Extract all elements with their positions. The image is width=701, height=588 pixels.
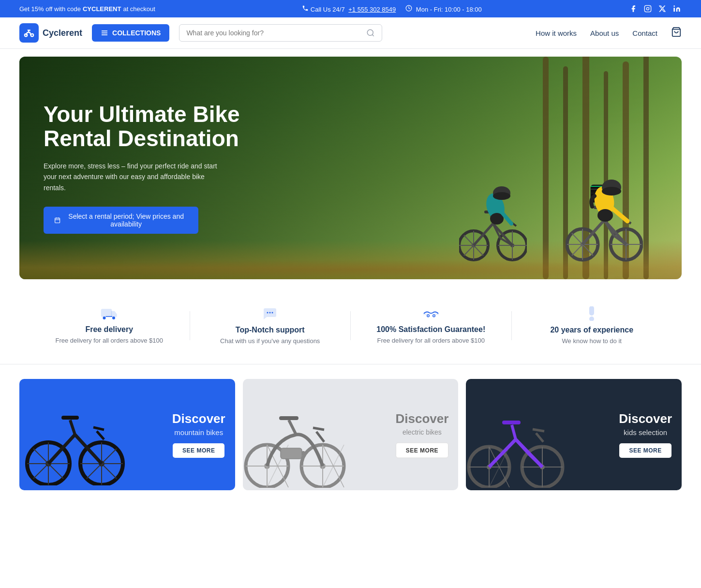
svg-point-3 bbox=[649, 7, 650, 7]
features-row: Free delivery Free delivery for all orde… bbox=[0, 287, 701, 364]
logo-icon bbox=[19, 23, 39, 43]
svg-point-2 bbox=[646, 7, 649, 10]
svg-point-6 bbox=[31, 34, 33, 37]
feature-delivery: Free delivery Free delivery for all orde… bbox=[29, 307, 190, 344]
hero-cta-button[interactable]: Select a rental period; View prices and … bbox=[44, 207, 198, 234]
kids-see-more-button[interactable]: SEE MORE bbox=[619, 443, 671, 458]
category-mountain[interactable]: Discover mountain bikes SEE MORE bbox=[19, 379, 235, 490]
category-kids[interactable]: Discover kids selection SEE MORE bbox=[466, 379, 682, 490]
svg-line-109 bbox=[316, 432, 324, 442]
kids-bike-svg bbox=[466, 393, 572, 488]
calendar-icon bbox=[54, 216, 60, 224]
hours-info: Mon - Fri: 10:00 - 18:00 bbox=[405, 5, 481, 13]
svg-rect-60 bbox=[55, 218, 60, 223]
instagram-icon[interactable] bbox=[643, 4, 653, 14]
nav-how-it-works[interactable]: How it works bbox=[536, 29, 577, 37]
svg-point-71 bbox=[427, 315, 430, 317]
clock-icon bbox=[405, 5, 412, 12]
svg-line-123 bbox=[489, 439, 516, 467]
feature-delivery-desc: Free delivery for all orders above $100 bbox=[29, 337, 190, 344]
delivery-icon-wrap bbox=[29, 307, 190, 320]
electric-type: electric bikes bbox=[396, 428, 449, 436]
svg-rect-112 bbox=[302, 451, 305, 456]
kids-type: kids selection bbox=[619, 428, 672, 437]
category-electric[interactable]: Discover electric bikes SEE MORE bbox=[243, 379, 459, 490]
categories-section: Discover mountain bikes SEE MORE bbox=[0, 364, 701, 510]
mountain-bike-svg bbox=[22, 393, 128, 485]
handshake-icon bbox=[422, 307, 440, 320]
electric-see-more-button[interactable]: SEE MORE bbox=[396, 443, 448, 458]
linkedin-icon[interactable] bbox=[672, 4, 682, 14]
nav: How it works About us Contact bbox=[536, 27, 682, 39]
twitter-x-icon[interactable] bbox=[657, 4, 667, 14]
electric-discover: Discover bbox=[396, 411, 449, 426]
svg-line-94 bbox=[93, 427, 104, 430]
guarantee-icon-wrap bbox=[351, 307, 511, 320]
support-icon-wrap bbox=[190, 306, 351, 321]
search-bar bbox=[179, 24, 382, 42]
svg-point-65 bbox=[103, 317, 105, 319]
feature-support: Top-Notch support Chat with us if you've… bbox=[190, 306, 351, 345]
hero-content: Your Ultimate Bike Rental Destination Ex… bbox=[19, 57, 285, 279]
social-links bbox=[628, 4, 682, 14]
mountain-see-more-button[interactable]: SEE MORE bbox=[173, 443, 224, 458]
support-chat-icon bbox=[263, 306, 277, 321]
phone-number[interactable]: +1 555 302 8549 bbox=[348, 6, 396, 13]
collections-label: COLLECTIONS bbox=[112, 29, 161, 37]
feature-support-desc: Chat with us if you've any questions bbox=[190, 337, 351, 345]
facebook-icon[interactable] bbox=[628, 4, 638, 14]
svg-rect-1 bbox=[644, 5, 651, 12]
mountain-discover: Discover bbox=[172, 411, 225, 426]
svg-line-107 bbox=[289, 420, 296, 435]
svg-line-129 bbox=[536, 433, 543, 442]
kids-discover: Discover bbox=[619, 411, 672, 426]
phone-label: Call Us 24/7 bbox=[311, 6, 345, 13]
logo[interactable]: Cyclerent bbox=[19, 23, 82, 43]
hero-subtitle: Explore more, stress less – find your pe… bbox=[44, 161, 227, 193]
svg-point-32 bbox=[493, 192, 510, 200]
hours-text: Mon - Fri: 10:00 - 18:00 bbox=[416, 6, 482, 13]
promo-suffix: at checkout bbox=[123, 5, 155, 13]
feature-experience-desc: We know how to do it bbox=[512, 337, 672, 345]
feature-guarantee-title: 100% Satisfaction Guarantee! bbox=[351, 325, 511, 334]
feature-guarantee-desc: Free delivery for all orders above $100 bbox=[351, 337, 511, 344]
phone-info: Call Us 24/7 +1 555 302 8549 bbox=[302, 5, 396, 13]
feature-delivery-title: Free delivery bbox=[29, 325, 190, 334]
header: Cyclerent COLLECTIONS How it works About… bbox=[0, 17, 701, 49]
svg-point-10 bbox=[368, 30, 373, 35]
delivery-truck-icon bbox=[101, 307, 118, 320]
top-banner: Get 15% off with code CYCLERENT at check… bbox=[0, 0, 701, 17]
nav-about-us[interactable]: About us bbox=[590, 29, 619, 37]
svg-point-58 bbox=[602, 187, 621, 196]
svg-point-70 bbox=[272, 312, 273, 314]
promo-text: Get 15% off with code bbox=[19, 5, 81, 13]
promo-message: Get 15% off with code CYCLERENT at check… bbox=[19, 5, 155, 13]
collections-button[interactable]: COLLECTIONS bbox=[92, 24, 169, 42]
search-input[interactable] bbox=[186, 29, 362, 37]
bike-logo-icon bbox=[24, 28, 34, 38]
svg-rect-111 bbox=[281, 448, 302, 459]
hero-title: Your Ultimate Bike Rental Destination bbox=[44, 102, 261, 151]
svg-line-127 bbox=[512, 425, 516, 439]
kids-card-content: Discover kids selection SEE MORE bbox=[619, 411, 672, 458]
svg-rect-64 bbox=[101, 309, 111, 317]
svg-line-90 bbox=[89, 451, 102, 464]
experience-icon-wrap bbox=[512, 306, 672, 321]
svg-point-68 bbox=[267, 312, 268, 314]
svg-line-23 bbox=[493, 224, 512, 245]
svg-line-91 bbox=[70, 420, 75, 435]
svg-rect-108 bbox=[279, 416, 298, 420]
svg-line-130 bbox=[533, 429, 544, 431]
svg-line-126 bbox=[529, 454, 542, 467]
svg-line-22 bbox=[474, 224, 493, 245]
cart-icon[interactable] bbox=[671, 27, 682, 39]
svg-rect-128 bbox=[502, 421, 521, 424]
hero-section: Your Ultimate Bike Rental Destination Ex… bbox=[19, 57, 682, 279]
svg-line-125 bbox=[516, 439, 529, 454]
search-icon[interactable] bbox=[366, 29, 375, 37]
svg-rect-73 bbox=[590, 306, 594, 315]
electric-bike-svg bbox=[243, 391, 354, 488]
svg-point-69 bbox=[269, 312, 271, 314]
feature-experience-title: 20 years of experience bbox=[512, 326, 672, 334]
nav-contact[interactable]: Contact bbox=[632, 29, 657, 37]
